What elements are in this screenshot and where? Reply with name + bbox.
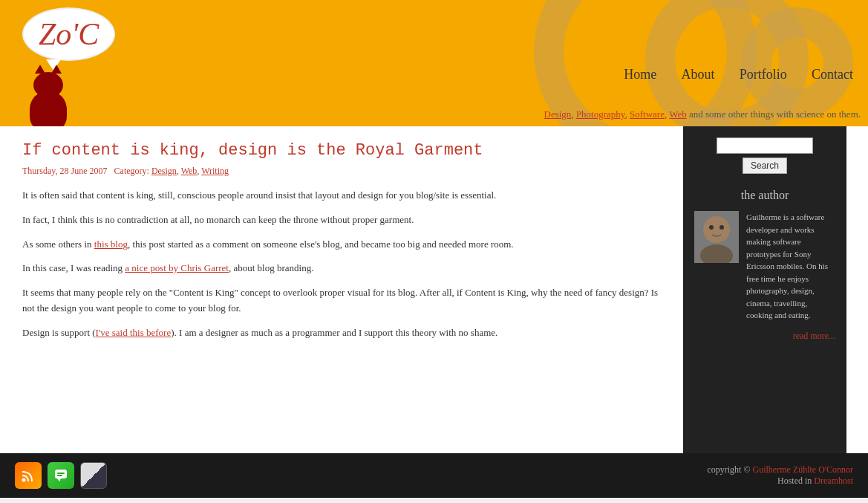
chat-icon[interactable] [48,462,74,489]
post-para-1: It is often said that content is king, s… [22,188,661,204]
speech-bubble: Zo'C [22,7,115,61]
sidebar: Search the author Guilherme is [683,126,846,453]
main-wrapper: If content is king, design is the Royal … [0,126,868,453]
search-button[interactable]: Search [743,158,787,174]
nav-portfolio[interactable]: Portfolio [740,67,787,82]
site-tagline: Design, Photography, Software, Web and s… [544,108,861,120]
copyright-text: copyright © [707,464,750,475]
host-link[interactable]: Dreamhost [814,476,853,486]
post-para-2: In fact, I think this is no contradictio… [22,212,661,228]
nav-about[interactable]: About [681,67,714,82]
svg-rect-8 [57,473,65,474]
read-more-link[interactable]: read more... [694,331,835,342]
post-para-5: It seems that many people rely on the "C… [22,285,661,317]
author-photo [694,211,739,263]
cat-writing[interactable]: Writing [201,166,229,176]
post-para-6: Design is support (I've said this before… [22,325,661,341]
cat-ear-left [35,65,45,74]
tagline-suffix: and some other things with science on th… [689,108,861,120]
nav-home[interactable]: Home [624,67,656,82]
main-nav: Home About Portfolio Contact [601,67,853,82]
cat-ear-right [51,65,62,74]
svg-point-5 [22,478,26,482]
cat-web[interactable]: Web [181,166,198,176]
svg-marker-7 [57,478,61,481]
cat-design[interactable]: Design [151,166,177,176]
author-section-title: the author [694,189,835,202]
post-body: It is often said that content is king, s… [22,188,661,341]
tagline-design-link[interactable]: Design [544,108,572,120]
nav-contact[interactable]: Contact [812,67,853,82]
swirl-3 [742,7,853,119]
tagline-software-link[interactable]: Software [630,108,665,120]
logo-area: Zo'C [22,7,115,126]
author-name-link[interactable]: Guilherme Zühlte O'Connor [753,464,853,475]
svg-rect-9 [57,475,62,476]
site-header: Zo'C Home About Portfolio Contact Design… [0,0,868,126]
tagline-photography-link[interactable]: Photography [576,108,625,120]
post-category-label: Category: [114,166,149,176]
author-photo-inner [694,211,739,263]
post-title: If content is king, design is the Royal … [22,141,661,160]
tagline-web-link[interactable]: Web [669,108,687,120]
post-meta: Thursday, 28 June 2007 Category: Design,… [22,166,661,177]
site-logo: Zo'C [39,17,99,51]
search-box: Search [694,137,835,174]
hosted-text: Hosted in [777,476,812,486]
content-area: If content is king, design is the Royal … [0,126,683,453]
author-bio: Guilherme is a software developer and wo… [746,211,835,322]
author-avatar-svg [694,211,739,263]
post-date: Thursday, 28 June 2007 [22,166,108,176]
header-swirls [497,0,868,126]
ive-said-link[interactable]: I've said this before [96,327,172,338]
search-input[interactable] [717,137,813,154]
svg-point-4 [719,225,724,230]
chris-garret-link[interactable]: a nice post by Chris Garret [125,262,229,273]
footer-icons [15,462,107,489]
footer-copyright: copyright © Guilherme Zühlte O'Connor Ho… [707,464,853,487]
this-blog-link[interactable]: this blog [94,238,128,250]
svg-point-1 [703,216,730,243]
cat-body [30,91,67,126]
split-icon[interactable] [80,462,107,489]
cat-mascot [22,65,74,126]
author-block: Guilherme is a software developer and wo… [694,211,835,322]
post-para-4: In this case, I was reading a nice post … [22,261,661,276]
rss-icon[interactable] [15,462,42,489]
site-footer: copyright © Guilherme Zühlte O'Connor Ho… [0,453,868,498]
svg-point-3 [709,225,714,230]
post-para-3: As some others in this blog, this post s… [22,237,661,253]
